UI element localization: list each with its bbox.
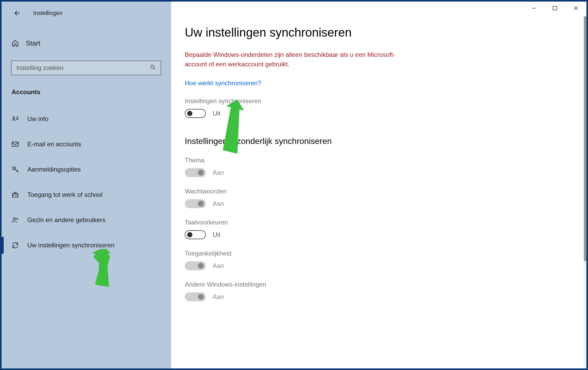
svg-point-4 xyxy=(151,65,154,69)
nav-list: Uw info E-mail en accounts Aanmeldingsop… xyxy=(2,106,171,258)
home-icon xyxy=(12,39,19,47)
theme-label: Thema xyxy=(185,157,580,164)
accessibility-label: Toegankelijkheid xyxy=(185,250,580,257)
person-card-icon xyxy=(12,115,19,123)
annotation-arrow-lower xyxy=(94,249,115,288)
section-label: Accounts xyxy=(2,88,171,96)
sync-icon xyxy=(12,242,19,249)
arrow-left-icon xyxy=(14,9,21,17)
home-button[interactable]: Start xyxy=(2,34,171,53)
svg-marker-22 xyxy=(218,99,245,154)
sidebar-item-label: Uw info xyxy=(27,115,48,123)
toggle-state-text: Aan xyxy=(213,169,224,176)
toggle-state-text: Aan xyxy=(213,262,224,269)
briefcase-icon xyxy=(12,191,19,198)
maximize-button[interactable] xyxy=(544,2,565,15)
language-prefs-toggle[interactable] xyxy=(185,230,206,239)
svg-marker-21 xyxy=(94,249,115,287)
svg-point-12 xyxy=(14,168,15,169)
toggle-state-text: Aan xyxy=(213,293,224,301)
sidebar-item-family-users[interactable]: Gezin en andere gebruikers xyxy=(2,207,171,233)
search-input[interactable] xyxy=(16,64,142,72)
other-windows-settings-label: Andere Windows-instellingen xyxy=(185,281,580,288)
home-label: Start xyxy=(26,39,40,47)
scrollbar[interactable] xyxy=(584,16,586,368)
sidebar-item-label: Aanmeldingsopties xyxy=(27,166,81,173)
close-button[interactable] xyxy=(565,2,586,15)
settings-window: Instellingen Start Accounts Uw info E-ma… xyxy=(2,2,586,368)
sync-settings-toggle[interactable] xyxy=(185,109,206,118)
svg-rect-1 xyxy=(553,6,557,10)
search-box[interactable] xyxy=(11,61,161,75)
annotation-arrow-upper xyxy=(218,99,245,157)
sidebar-item-signin-options[interactable]: Aanmeldingsopties xyxy=(2,157,171,182)
scrollbar-thumb[interactable] xyxy=(584,16,586,261)
other-windows-settings-toggle[interactable] xyxy=(185,292,206,301)
minimize-button[interactable] xyxy=(523,2,544,15)
toggle-state-text: Uit xyxy=(213,231,220,238)
sidebar-item-label: Toegang tot werk of school xyxy=(27,191,103,198)
back-button[interactable] xyxy=(12,7,23,19)
sidebar-item-label: E-mail en accounts xyxy=(27,141,81,148)
search-icon xyxy=(150,64,156,71)
sidebar-item-sync-settings[interactable]: Uw instellingen synchroniseren xyxy=(2,233,171,258)
accessibility-toggle[interactable] xyxy=(185,261,206,270)
page-title: Uw instellingen synchroniseren xyxy=(185,25,580,39)
sidebar-item-label: Gezin en andere gebruikers xyxy=(27,216,105,224)
key-icon xyxy=(12,166,19,173)
how-sync-works-link[interactable]: Hoe werkt synchroniseren? xyxy=(185,79,261,87)
svg-line-5 xyxy=(154,68,155,70)
sidebar-item-email-accounts[interactable]: E-mail en accounts xyxy=(2,132,171,157)
window-title: Instellingen xyxy=(33,10,62,17)
passwords-label: Wachtwoorden xyxy=(185,188,580,195)
sidebar-item-work-school[interactable]: Toegang tot werk of school xyxy=(2,182,171,207)
svg-rect-10 xyxy=(12,142,18,146)
svg-point-14 xyxy=(13,218,15,220)
window-controls xyxy=(523,2,586,15)
sidebar: Instellingen Start Accounts Uw info E-ma… xyxy=(2,2,171,368)
account-warning-text: Bepaalde Windows-onderdelen zijn alleen … xyxy=(185,50,401,69)
toggle-state-text: Aan xyxy=(213,200,224,207)
svg-point-6 xyxy=(13,117,15,119)
sidebar-item-label: Uw instellingen synchroniseren xyxy=(27,242,114,249)
language-prefs-label: Taalvoorkeuren xyxy=(185,219,580,226)
people-icon xyxy=(12,216,19,224)
passwords-toggle[interactable] xyxy=(185,199,206,208)
svg-rect-13 xyxy=(13,193,18,197)
sidebar-item-your-info[interactable]: Uw info xyxy=(2,106,171,132)
theme-toggle[interactable] xyxy=(185,168,206,177)
mail-icon xyxy=(12,141,19,148)
main-content: Uw instellingen synchroniseren Bepaalde … xyxy=(171,2,586,368)
